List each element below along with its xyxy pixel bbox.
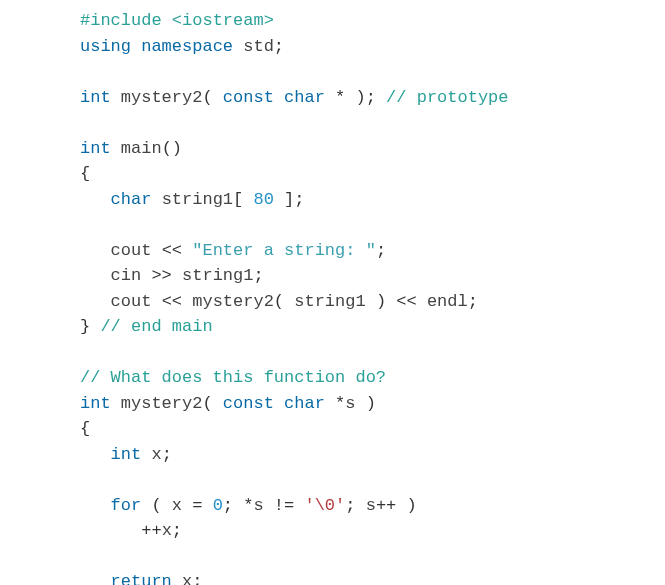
- ident-std: std: [243, 37, 274, 56]
- ident-endl: endl: [427, 292, 468, 311]
- keyword-const: const: [223, 88, 274, 107]
- keyword-int: int: [80, 139, 111, 158]
- ident-s: s: [345, 394, 355, 413]
- ident-cin: cin: [111, 266, 142, 285]
- comment-end-main: // end main: [100, 317, 212, 336]
- keyword-char: char: [111, 190, 152, 209]
- ident-mystery2: mystery2: [121, 88, 203, 107]
- keyword-return: return: [111, 572, 172, 585]
- literal-80: 80: [253, 190, 273, 209]
- keyword-int: int: [80, 88, 111, 107]
- ident-string1: string1: [162, 190, 233, 209]
- comment-prototype: // prototype: [386, 88, 508, 107]
- ident-main: main: [121, 139, 162, 158]
- keyword-for: for: [111, 496, 142, 515]
- comment-what-does: // What does this function do?: [80, 368, 386, 387]
- preprocessor: #include <iostream>: [80, 11, 274, 30]
- ident-x: x: [151, 445, 161, 464]
- literal-0: 0: [213, 496, 223, 515]
- ident-cout: cout: [111, 241, 152, 260]
- string-prompt: "Enter a string: ": [192, 241, 376, 260]
- keyword-char: char: [284, 88, 325, 107]
- keyword-namespace: namespace: [141, 37, 233, 56]
- char-nul: '\0': [304, 496, 345, 515]
- keyword-using: using: [80, 37, 131, 56]
- code-block: #include <iostream> using namespace std;…: [80, 8, 665, 585]
